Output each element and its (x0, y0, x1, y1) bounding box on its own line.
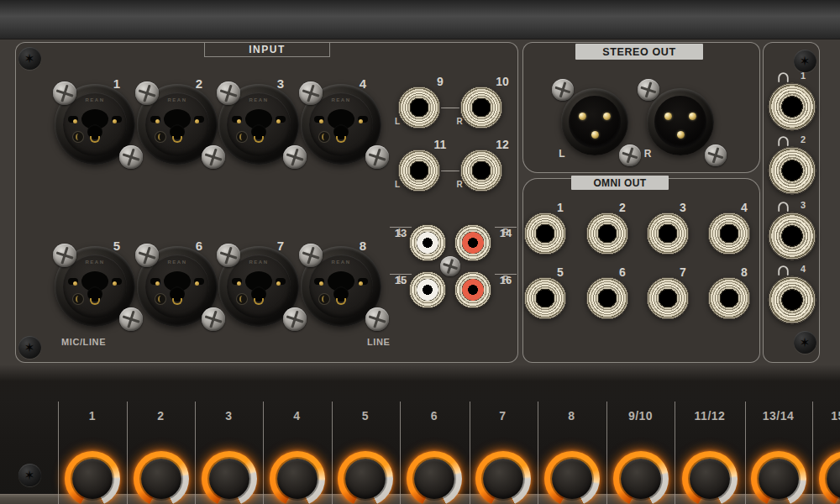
gain-knob[interactable] (209, 459, 249, 499)
omni-out-jack (707, 212, 751, 255)
xlr-pin-contact (155, 119, 160, 123)
knob-channel-label: 6 (406, 409, 463, 423)
xlr-pin (603, 113, 611, 120)
channel-divider (400, 402, 401, 504)
trs-contact (336, 136, 346, 143)
jack-number: 3 (673, 201, 693, 214)
phillips-screw (53, 244, 76, 267)
phillips-screw (365, 145, 389, 169)
xlr-combo-face: REAN (145, 255, 209, 318)
phillips-screw (619, 144, 641, 166)
line-input-rca-jack (454, 270, 492, 309)
stereo-out-label: STEREO OUT (575, 44, 703, 60)
gain-knob[interactable] (345, 459, 386, 499)
jack-number: 6 (612, 265, 633, 279)
gain-knob[interactable] (759, 459, 799, 499)
xlr-combo-face: REAN (227, 255, 291, 318)
latch-release-icon (155, 131, 166, 143)
trs-contact (90, 136, 100, 143)
gain-knob[interactable] (483, 459, 523, 499)
knob-channel-label: 4 (269, 409, 326, 423)
stereo-pair-link (441, 108, 459, 108)
line-legend: LINE (359, 336, 462, 348)
gain-knob[interactable] (690, 459, 730, 499)
torx-screw (794, 331, 816, 354)
torx-screw (18, 47, 41, 70)
omni-out-jack (646, 276, 690, 320)
xlr-face (569, 96, 621, 148)
stereo-pair-link (441, 171, 459, 171)
phones-out-jack (768, 146, 816, 195)
omni-out-jack (523, 212, 567, 255)
jack-number: 2 (797, 134, 809, 144)
gain-knob[interactable] (414, 459, 454, 499)
xlr-pin-contact (113, 281, 117, 286)
channel-side-label: R (642, 148, 654, 160)
knob-channel-label: 3 (201, 409, 258, 423)
input-label-text: INPUT (249, 44, 286, 55)
xlr-face (654, 96, 706, 148)
jack-number: 5 (550, 265, 570, 279)
xlr-combo-face: REAN (145, 92, 209, 156)
xlr-pin-contact (155, 281, 160, 286)
channel-side-label: R (454, 117, 465, 127)
phillips-screw (53, 81, 76, 105)
xlr-combo-face: REAN (227, 92, 291, 156)
headphones-icon (777, 135, 790, 146)
trs-contact (336, 298, 346, 305)
channel-side-label: L (398, 227, 403, 238)
knob-channel-label: 9/10 (612, 409, 669, 423)
line-input-trs-jack (459, 149, 503, 192)
stereo-out-xlr-jack (561, 88, 628, 155)
xlr-pin-contact (276, 281, 281, 286)
omni-out-jack (585, 276, 629, 320)
gain-knob[interactable] (621, 459, 661, 499)
channel-divider (470, 402, 470, 504)
xlr-pin (579, 113, 586, 120)
latch-release-icon (236, 293, 248, 305)
channel-divider (127, 402, 128, 504)
phones-out-jack (768, 82, 816, 131)
gain-knob[interactable] (72, 459, 113, 499)
xlr-combo-face: REAN (309, 92, 373, 156)
xlr-combo-face: REAN (63, 92, 127, 156)
line-legend-text: LINE (367, 337, 390, 347)
xlr-pin-contact (73, 119, 77, 123)
xlr-pin-contact (195, 281, 199, 286)
phillips-screw (299, 81, 323, 105)
xlr-pin (689, 113, 696, 120)
trs-contact (254, 298, 264, 305)
knob-channel-label: 5 (337, 409, 394, 423)
gain-knob[interactable] (552, 459, 592, 499)
gain-knob[interactable] (277, 459, 318, 499)
omni-out-jack (646, 212, 690, 255)
jack-number: 1 (107, 76, 127, 90)
latch-release-icon (236, 131, 248, 143)
jack-number: 1 (797, 71, 809, 81)
jack-number: 1 (550, 201, 570, 214)
jack-number: 6 (189, 239, 209, 252)
headphones-icon (777, 265, 790, 276)
knob-channel-label: 11/12 (681, 409, 738, 423)
channel-divider (745, 402, 746, 504)
xlr-pin-contact (359, 281, 363, 286)
latch-release-icon (318, 293, 330, 305)
phones-out-jack (768, 212, 816, 260)
jack-number: 4 (353, 76, 373, 90)
xlr-pin-contact (319, 119, 323, 123)
trs-contact (254, 136, 264, 143)
gain-knob[interactable] (141, 459, 181, 499)
phillips-screw (440, 256, 460, 276)
xlr-combo-face: REAN (63, 255, 127, 318)
latch-release-icon (155, 293, 166, 305)
phones-out-jack (768, 276, 816, 324)
latch-release-icon (72, 293, 84, 305)
channel-divider (263, 402, 264, 504)
omni-out-jack (585, 212, 629, 255)
channel-side-label: L (391, 117, 403, 127)
xlr-pin-contact (195, 119, 199, 123)
phillips-screw (638, 79, 659, 101)
jack-number: 4 (797, 264, 809, 274)
knob-channel-label: 1 (64, 409, 121, 423)
jack-number: 11 (430, 138, 450, 151)
